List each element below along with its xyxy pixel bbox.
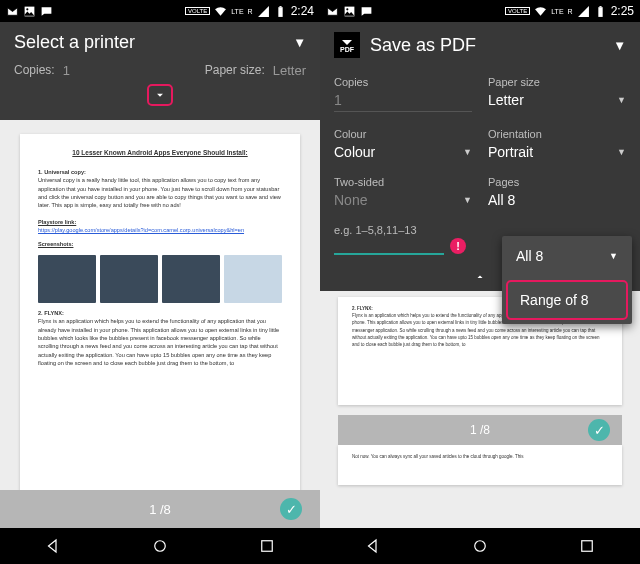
gmail-icon [326,5,339,18]
copies-option[interactable]: Copies 1 [334,76,472,112]
page-range-input[interactable] [334,236,444,255]
pages-option-range[interactable]: Range of 8 [506,280,628,320]
recent-button[interactable] [578,537,596,555]
svg-point-10 [475,541,486,552]
expand-options-button[interactable] [147,84,173,106]
printer-title: Select a printer [14,32,135,53]
android-nav-bar [320,528,640,564]
orientation-label: Orientation [488,128,626,140]
chat-icon [360,5,373,18]
wifi-icon [534,5,547,18]
twosided-option: Two-sided None▼ [334,176,472,208]
image-icon [23,5,36,18]
chevron-down-icon: ▼ [613,38,626,53]
signal-icon [577,5,590,18]
copies-value[interactable]: 1 [63,63,70,78]
page-selected-check[interactable]: ✓ [280,498,302,520]
wifi-icon [214,5,227,18]
svg-rect-9 [599,6,601,7]
pages-label: Pages [488,176,626,188]
chevron-down-icon: ▼ [609,251,618,261]
pages-option[interactable]: Pages All 8 [488,176,626,208]
doc-section-heading: Playstore link: [38,218,282,226]
orientation-option[interactable]: Orientation Portrait▼ [488,128,626,160]
chat-icon [40,5,53,18]
android-nav-bar [0,528,320,564]
home-button[interactable] [471,537,489,555]
papersize-option[interactable]: Paper size Letter▼ [488,76,626,112]
chevron-down-icon: ▼ [463,195,472,205]
print-preview[interactable]: 2. FLYNX: Flynx is an application which … [320,291,640,528]
svg-rect-2 [278,7,282,17]
page-footer: 1 /8 ✓ [338,415,622,445]
recent-button[interactable] [258,537,276,555]
orientation-value: Portrait [488,144,533,160]
print-preview[interactable]: 10 Lesser Known Android Apps Everyone Sh… [0,120,320,528]
page-counter: 1 /8 [149,502,171,517]
phone-right: VOLTE LTE R 2:25 PDF Save as PDF ▼ Copie… [320,0,640,564]
chevron-down-icon: ▼ [293,35,306,50]
colour-option[interactable]: Colour Colour▼ [334,128,472,160]
range-hint: e.g. 1–5,8,11–13 [334,224,472,236]
volte-indicator: VOLTE [505,7,530,15]
image-icon [343,5,356,18]
svg-point-4 [155,541,166,552]
home-button[interactable] [151,537,169,555]
lte-indicator: LTE [551,8,563,15]
chevron-down-icon: ▼ [617,95,626,105]
doc-screenshots [38,255,282,303]
print-header: Select a printer ▼ Copies: 1 Paper size:… [0,22,320,120]
papersize-value: Letter [488,92,524,108]
chevron-down-icon: ▼ [463,147,472,157]
twosided-value: None [334,192,367,208]
pdf-icon: PDF [334,32,360,58]
pages-dropdown: All 8▼ Range of 8 [502,236,632,324]
colour-value: Colour [334,144,375,160]
lte-indicator: LTE [231,8,243,15]
svg-rect-5 [261,541,272,552]
battery-icon [594,5,607,18]
collapse-options-button[interactable] [472,271,488,283]
chevron-down-icon: ▼ [617,147,626,157]
pages-value: All 8 [488,192,515,208]
copies-label: Copies [334,76,472,88]
svg-point-1 [26,8,28,10]
doc-title: 10 Lesser Known Android Apps Everyone Sh… [38,148,282,158]
printer-title: Save as PDF [370,35,476,56]
svg-rect-8 [598,7,602,17]
battery-icon [274,5,287,18]
papersize-label: Paper size: [205,63,265,78]
doc-paragraph: Not now. You can always sync all your sa… [352,453,608,460]
printer-selector[interactable]: PDF Save as PDF ▼ [334,32,626,58]
print-header: PDF Save as PDF ▼ [320,22,640,68]
doc-paragraph: Universal copy is a really handy little … [38,176,282,210]
page-selected-check[interactable]: ✓ [588,419,610,441]
printer-selector[interactable]: Select a printer ▼ [14,32,306,53]
roaming-indicator: R [568,8,573,15]
status-bar: VOLTE LTE R 2:24 [0,0,320,22]
svg-rect-3 [279,6,281,7]
colour-label: Colour [334,128,472,140]
doc-section-heading: 2. FLYNX: [38,309,282,317]
doc-section-heading: 1. Universal copy: [38,168,282,176]
volte-indicator: VOLTE [185,7,210,15]
signal-icon [257,5,270,18]
twosided-label: Two-sided [334,176,472,188]
range-input-group: e.g. 1–5,8,11–13 ! [334,224,472,255]
back-button[interactable] [364,537,382,555]
svg-rect-11 [581,541,592,552]
phone-left: VOLTE LTE R 2:24 Select a printer ▼ Copi… [0,0,320,564]
page-counter: 1 /8 [470,423,490,437]
preview-page: 10 Lesser Known Android Apps Everyone Sh… [20,134,300,494]
pages-option-all[interactable]: All 8▼ [502,236,632,276]
roaming-indicator: R [248,8,253,15]
svg-point-7 [346,8,348,10]
papersize-value[interactable]: Letter [273,63,306,78]
print-options-panel: Copies 1 Paper size Letter▼ Colour Colou… [320,68,640,267]
gmail-icon [6,5,19,18]
error-icon: ! [450,238,466,254]
doc-section-heading: Screenshots: [38,240,282,248]
back-button[interactable] [44,537,62,555]
doc-paragraph: Flynx is an application which helps you … [38,317,282,367]
copies-value: 1 [334,92,472,112]
